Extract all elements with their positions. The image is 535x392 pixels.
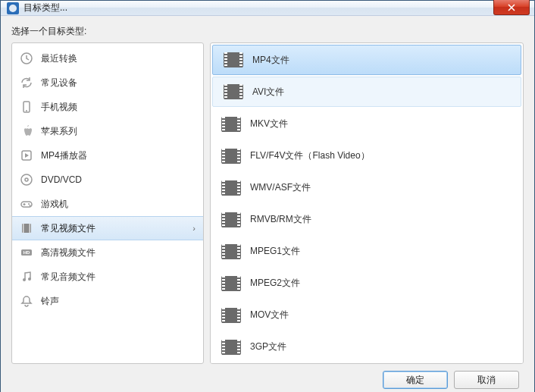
category-item[interactable]: 常见视频文件› — [12, 216, 203, 240]
category-label: MP4播放器 — [41, 149, 87, 162]
hd-icon: HD — [20, 246, 33, 259]
film-icon — [224, 52, 243, 67]
category-label: 最近转换 — [41, 52, 77, 65]
format-item[interactable]: MPEG2文件 — [211, 268, 523, 299]
format-panel: MP4文件AVI文件MKV文件FLV/F4V文件（Flash Video）WMV… — [210, 42, 524, 364]
category-label: 游戏机 — [41, 198, 68, 211]
category-label: 常见音频文件 — [41, 271, 95, 284]
ok-button[interactable]: 确定 — [383, 371, 448, 389]
format-label: MP4文件 — [252, 54, 289, 67]
film-icon — [221, 117, 241, 132]
film-icon — [221, 276, 241, 291]
refresh-icon — [20, 76, 33, 89]
category-item[interactable]: HD高清视频文件 — [12, 240, 203, 265]
disc-icon — [20, 173, 33, 187]
app-icon — [7, 2, 19, 14]
player-icon — [20, 149, 33, 162]
film-icon — [224, 84, 243, 99]
category-label: 常见设备 — [41, 77, 77, 89]
category-label: 苹果系列 — [41, 125, 77, 138]
apple-icon — [20, 124, 33, 138]
category-label: 铃声 — [41, 295, 59, 308]
category-item[interactable]: 常见设备 — [12, 71, 203, 95]
film-icon — [221, 244, 241, 259]
category-item[interactable]: MP4播放器 — [12, 143, 203, 168]
film-icon — [221, 212, 241, 227]
svg-rect-11 — [23, 224, 24, 233]
category-item[interactable]: DVD/VCD — [12, 168, 203, 192]
svg-point-15 — [23, 278, 26, 281]
music-icon — [20, 270, 33, 284]
category-list[interactable]: 最近转换常见设备手机视频苹果系列MP4播放器DVD/VCD游戏机常见视频文件›H… — [11, 42, 204, 364]
category-item[interactable]: 常见音频文件 — [12, 265, 203, 289]
cancel-button[interactable]: 取消 — [454, 371, 519, 389]
svg-point-3 — [26, 110, 27, 111]
dialog-footer: 确定 取消 — [11, 364, 524, 392]
svg-rect-12 — [30, 224, 31, 233]
film-icon — [221, 180, 241, 196]
clock-icon — [20, 52, 33, 65]
format-item[interactable]: MOV文件 — [211, 299, 523, 331]
format-label: WMV/ASF文件 — [250, 181, 311, 194]
bell-icon — [20, 294, 33, 308]
film-icon — [221, 308, 241, 323]
phone-icon — [20, 100, 33, 114]
dialog-window: 目标类型... 选择一个目标类型: 最近转换常见设备手机视频苹果系列MP4播放器… — [0, 0, 535, 392]
format-label: AVI文件 — [252, 86, 284, 99]
category-label: 手机视频 — [41, 101, 77, 114]
format-item[interactable]: FLV/F4V文件（Flash Video） — [211, 140, 523, 172]
category-label: 常见视频文件 — [41, 222, 95, 235]
dialog-content: 选择一个目标类型: 最近转换常见设备手机视频苹果系列MP4播放器DVD/VCD游… — [1, 16, 534, 392]
category-label: DVD/VCD — [41, 174, 82, 185]
format-list[interactable]: MP4文件AVI文件MKV文件FLV/F4V文件（Flash Video）WMV… — [211, 43, 523, 363]
format-label: MPEG2文件 — [250, 277, 300, 290]
window-title: 目标类型... — [23, 2, 67, 14]
format-item[interactable]: AVI文件 — [212, 77, 521, 107]
gamepad-icon — [20, 197, 33, 211]
format-label: MPEG1文件 — [250, 245, 300, 258]
svg-point-5 — [21, 174, 32, 185]
format-label: 3GP文件 — [250, 340, 286, 353]
category-label: 高清视频文件 — [41, 246, 95, 259]
format-item[interactable]: MPEG1文件 — [211, 236, 523, 268]
category-item[interactable]: 手机视频 — [12, 95, 203, 119]
panels: 最近转换常见设备手机视频苹果系列MP4播放器DVD/VCD游戏机常见视频文件›H… — [11, 42, 524, 364]
format-label: MOV文件 — [250, 309, 289, 321]
svg-point-9 — [30, 205, 31, 206]
prompt-label: 选择一个目标类型: — [11, 25, 524, 38]
category-item[interactable]: 铃声 — [12, 289, 203, 313]
format-label: MKV文件 — [250, 118, 288, 130]
format-item[interactable]: RMVB/RM文件 — [211, 204, 523, 236]
svg-point-0 — [9, 5, 17, 12]
format-item[interactable]: MKV文件 — [211, 108, 523, 140]
film-icon — [20, 221, 33, 235]
format-item[interactable]: 3GP文件 — [211, 331, 523, 363]
category-item[interactable]: 苹果系列 — [12, 119, 203, 143]
svg-point-8 — [28, 203, 30, 205]
format-label: RMVB/RM文件 — [250, 213, 311, 226]
format-label: FLV/F4V文件（Flash Video） — [250, 149, 370, 162]
close-button[interactable] — [493, 0, 530, 15]
svg-point-6 — [25, 178, 28, 181]
format-item[interactable]: WMV/ASF文件 — [211, 172, 523, 204]
svg-point-16 — [28, 278, 31, 281]
film-icon — [221, 340, 241, 355]
format-item[interactable]: MP4文件 — [212, 45, 521, 75]
svg-text:HD: HD — [23, 250, 30, 255]
titlebar[interactable]: 目标类型... — [1, 1, 534, 16]
film-icon — [221, 149, 241, 164]
chevron-right-icon: › — [192, 224, 196, 233]
svg-rect-7 — [21, 202, 32, 207]
category-item[interactable]: 最近转换 — [12, 46, 203, 71]
category-item[interactable]: 游戏机 — [12, 192, 203, 216]
